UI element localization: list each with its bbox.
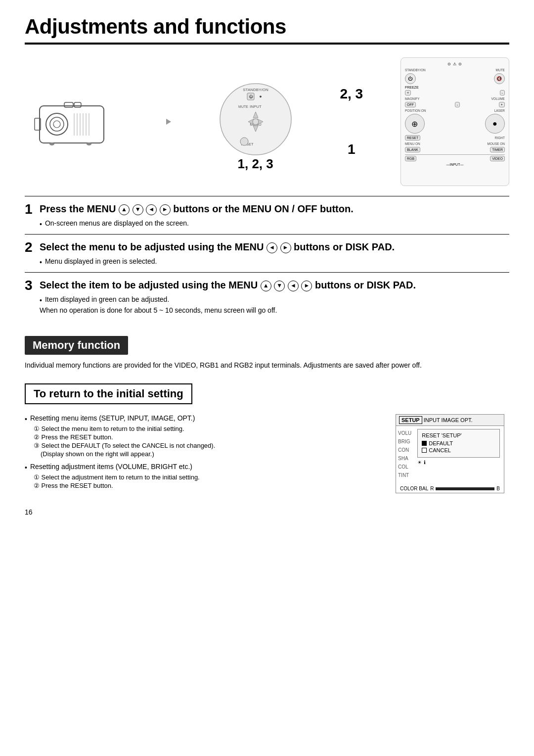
sun-icon: ☀ <box>417 460 422 465</box>
vol-up-btn[interactable]: + <box>499 102 505 107</box>
mute-btn[interactable]: 🔇 <box>494 73 505 84</box>
off-btn[interactable]: OFF <box>405 102 416 107</box>
step-2-title-suffix: buttons or DISK PAD. <box>294 241 395 252</box>
initial-setting-header: To return to the initial setting <box>25 383 192 404</box>
page-number: 16 <box>25 508 509 516</box>
left-col-con: CON <box>398 446 411 454</box>
initial-setting-section: To return to the initial setting • Reset… <box>25 376 509 493</box>
step-2-number: 2 <box>25 240 36 254</box>
svg-rect-0 <box>40 106 104 143</box>
sub-item-2-2: ② Press the RESET button. <box>32 482 381 489</box>
remote-row-magnify-volume: MAGNIFY VOLUME <box>405 97 505 100</box>
remote-row-position-laser: POSITION ON LASER <box>405 109 505 112</box>
step-label-123: 1, 2, 3 <box>237 156 273 172</box>
svg-point-29 <box>240 138 248 145</box>
left-col-sha: SHA <box>398 454 411 463</box>
step-2-title: Select the menu to be adjusted using the… <box>40 240 395 253</box>
step-3-number: 3 <box>25 279 36 292</box>
step-2-bullet-text: Menu displayed in green is selected. <box>45 257 157 265</box>
colorbal-label: COLOR BAL <box>400 486 428 491</box>
control-panel-diagram: STANDBY/ON ⏻ ● INPUT MUTE MENU RESET 1, … <box>214 72 298 172</box>
reset-dialog-area: SETUP INPUT IMAGE OPT. VOLU BRIG CON SHA… <box>396 414 509 493</box>
svg-point-3 <box>53 121 60 128</box>
default-label: DEFAULT <box>429 440 453 446</box>
arrow-up-3: ▲ <box>261 281 271 291</box>
sub-item-2-1: ① Select the adjustment item to return t… <box>32 473 381 481</box>
step-1-section: 1 Press the MENU ▲ ▼ ◄ ► buttons or the … <box>25 196 509 234</box>
step-label-1: 1 <box>348 142 356 157</box>
left-col-volu: VOLU <box>398 429 411 437</box>
svg-rect-11 <box>64 102 73 107</box>
step-1-number: 1 <box>25 202 36 216</box>
menu-on-label: MENU ON <box>405 142 420 145</box>
initial-bullet-1-text: Resetting menu items (SETUP, INPUT, IMAG… <box>30 414 195 422</box>
initial-bullet-1-sub: ① Select the menu item to return to the … <box>32 425 381 458</box>
arrow-down-3: ▼ <box>274 281 285 291</box>
remote-row-blank-timer: BLANK TIMER <box>405 147 505 152</box>
arrow-right-3: ► <box>301 281 312 291</box>
step-1-header: 1 Press the MENU ▲ ▼ ◄ ► buttons or the … <box>25 202 509 216</box>
reset-btn[interactable]: RESET <box>405 135 420 141</box>
icon-row: ☀ ℹ <box>417 460 500 465</box>
freeze-plus-btn[interactable]: + <box>405 90 411 95</box>
reset-dialog-inner: RESET 'SETUP' DEFAULT CANCEL <box>417 429 500 458</box>
step-1-title: Press the MENU ▲ ▼ ◄ ► buttons or the ME… <box>40 202 354 215</box>
vol-down-btn[interactable]: - <box>455 102 460 107</box>
remote-row-freeze: + - <box>405 90 505 95</box>
memory-function-header: Memory function <box>25 336 128 355</box>
step-labels-side: 2, 3 1 <box>340 86 363 157</box>
input-section: RGB VIDEO —INPUT— <box>405 154 505 166</box>
reset-dialog: SETUP INPUT IMAGE OPT. VOLU BRIG CON SHA… <box>396 414 504 493</box>
remote-row-rgb-video: RGB VIDEO <box>405 156 505 161</box>
position-btn[interactable]: ⊕ <box>405 114 425 134</box>
remote-row-off-volume-btns: OFF - + <box>405 102 505 107</box>
position-on-label: POSITION ON <box>405 109 426 112</box>
step-3-bullet-2: When no operation is done for about 5 ~ … <box>40 306 509 314</box>
bottom-section: • Resetting menu items (SETUP, INPUT, IM… <box>25 414 509 493</box>
rgb-btn[interactable]: RGB <box>405 156 416 161</box>
arrow-right-circle: ► <box>160 204 171 215</box>
arrow-left: ◄ <box>146 204 157 215</box>
svg-point-13 <box>49 142 54 145</box>
remote-row-menu-mouse: MENU ON MOUSE ON <box>405 142 505 145</box>
step-3-title-suffix: buttons or DISK PAD. <box>315 280 416 290</box>
sub-item-1-3: ③ Select the DEFAULT (To select the CANC… <box>32 442 381 449</box>
left-col-brig: BRIG <box>398 437 411 446</box>
sub-item-1-4: (Display shown on the right will appear.… <box>39 450 381 458</box>
sub-item-1-2: ② Press the RESET button. <box>32 433 381 441</box>
volume-label: VOLUME <box>491 97 505 100</box>
initial-bullet-2: • Resetting adjustment items (VOLUME, BR… <box>25 463 381 472</box>
initial-setting-bullets: • Resetting menu items (SETUP, INPUT, IM… <box>25 414 381 493</box>
svg-point-2 <box>50 117 64 131</box>
arrow-down: ▼ <box>133 204 143 215</box>
reset-dialog-content: VOLU BRIG CON SHA COL TINT RESET 'SETUP'… <box>396 426 504 482</box>
step-label-23: 2, 3 <box>340 86 363 102</box>
blank-btn[interactable]: BLANK <box>405 147 420 152</box>
standby-btn[interactable]: ⏻ <box>405 73 416 84</box>
timer-btn[interactable]: TIMER <box>490 147 505 152</box>
reset-dialog-header: SETUP INPUT IMAGE OPT. <box>396 415 504 426</box>
step-3-bullet-text-2: When no operation is done for about 5 ~ … <box>40 306 277 314</box>
cancel-label: CANCEL <box>429 447 451 453</box>
reset-option-default: DEFAULT <box>422 440 495 446</box>
step-2-section: 2 Select the menu to be adjusted using t… <box>25 234 509 272</box>
remote-top-icons: ⊙ ⚠ ⊙ <box>405 62 505 66</box>
colorbal-b: B <box>496 486 500 491</box>
svg-rect-12 <box>74 102 81 107</box>
video-btn[interactable]: VIDEO <box>490 156 505 161</box>
freeze-minus-btn[interactable]: - <box>500 90 505 95</box>
left-col-tint: TINT <box>398 471 411 479</box>
sub-item-1-1: ① Select the menu item to return to the … <box>32 425 381 432</box>
step-1-title-suffix: buttons or the MENU ON / OFF button. <box>173 203 353 214</box>
color-bar-row: COLOR BAL R B <box>396 484 504 493</box>
standby-label: STANDBY/ON <box>405 68 426 72</box>
step-2-header: 2 Select the menu to be adjusted using t… <box>25 240 509 254</box>
reset-option-cancel: CANCEL <box>422 447 495 453</box>
svg-point-27 <box>253 119 259 125</box>
laser-btn[interactable]: ● <box>485 114 505 134</box>
magnify-label: MAGNIFY <box>405 97 420 100</box>
svg-text:⏻: ⏻ <box>249 94 253 99</box>
setup-box: SETUP <box>399 416 422 424</box>
diagram-area: STANDBY/ON ⏻ ● INPUT MUTE MENU RESET 1, … <box>25 52 509 191</box>
remote-row-reset-right: RESET RIGHT <box>405 135 505 141</box>
